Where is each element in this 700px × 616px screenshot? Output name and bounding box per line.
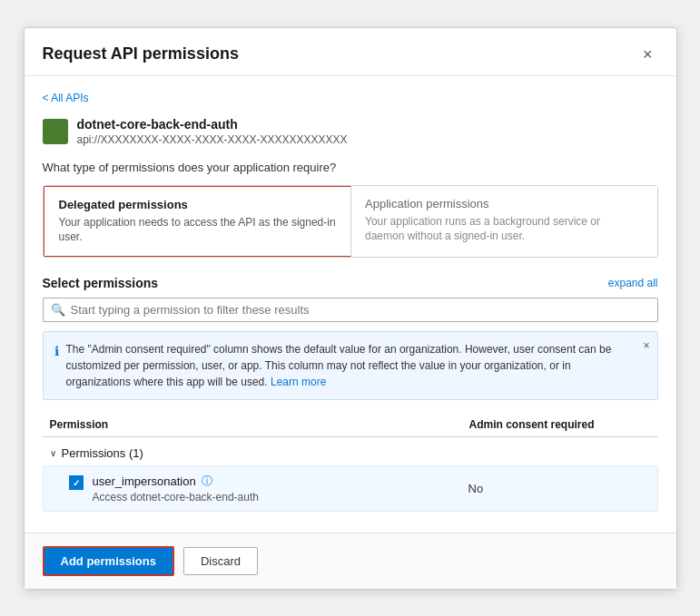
search-box: 🔍 bbox=[43, 298, 658, 322]
permissions-group-header[interactable]: ∨ Permissions (1) bbox=[43, 441, 658, 465]
info-banner-text: The "Admin consent required" column show… bbox=[66, 341, 630, 390]
info-banner-close-button[interactable]: × bbox=[643, 339, 649, 352]
perm-row-left: ✓ user_impersonation ⓘ Access dotnet-cor… bbox=[69, 474, 468, 504]
application-title: Application permissions bbox=[365, 197, 643, 210]
api-icon bbox=[43, 119, 68, 144]
permissions-group: ∨ Permissions (1) ✓ user_impersonation ⓘ bbox=[43, 441, 658, 512]
select-permissions-label: Select permissions bbox=[43, 276, 159, 290]
perm-desc: Access dotnet-core-back-end-auth bbox=[93, 491, 259, 504]
info-banner: ℹ The "Admin consent required" column sh… bbox=[43, 331, 658, 400]
application-desc: Your application runs as a background se… bbox=[365, 214, 643, 245]
application-permissions-card[interactable]: Application permissions Your application… bbox=[350, 186, 657, 258]
dialog-title: Request API permissions bbox=[43, 44, 239, 64]
dialog-body: < All APIs dotnet-core-back-end-auth api… bbox=[25, 76, 676, 533]
request-api-permissions-dialog: Request API permissions × < All APIs dot… bbox=[24, 27, 677, 590]
delegated-desc: Your application needs to access the API… bbox=[59, 215, 337, 246]
api-details: dotnet-core-back-end-auth api://XXXXXXXX… bbox=[77, 117, 348, 146]
back-to-all-apis-link[interactable]: < All APIs bbox=[43, 92, 89, 104]
chevron-down-icon: ∨ bbox=[50, 448, 56, 458]
delegated-permissions-card[interactable]: Delegated permissions Your application n… bbox=[43, 185, 352, 259]
checkbox-wrap[interactable]: ✓ bbox=[69, 475, 84, 490]
user-impersonation-checkbox[interactable]: ✓ bbox=[69, 475, 84, 490]
search-input[interactable] bbox=[71, 303, 650, 317]
delegated-title: Delegated permissions bbox=[59, 198, 337, 211]
search-icon: 🔍 bbox=[51, 303, 65, 317]
col-permission-header: Permission bbox=[50, 418, 469, 431]
api-uri: api://XXXXXXXX-XXXX-XXXX-XXXX-XXXXXXXXXX… bbox=[77, 133, 348, 146]
add-permissions-button[interactable]: Add permissions bbox=[43, 546, 174, 576]
info-icon: ℹ bbox=[54, 342, 59, 361]
permission-type-selector: Delegated permissions Your application n… bbox=[43, 185, 658, 259]
perm-name: user_impersonation bbox=[93, 474, 196, 488]
api-info: dotnet-core-back-end-auth api://XXXXXXXX… bbox=[43, 117, 658, 146]
perm-name-row: user_impersonation ⓘ bbox=[93, 474, 259, 489]
dialog-header: Request API permissions × bbox=[25, 28, 676, 76]
close-button[interactable]: × bbox=[637, 44, 658, 64]
discard-button[interactable]: Discard bbox=[183, 547, 258, 575]
group-label: Permissions (1) bbox=[62, 446, 143, 460]
dialog-footer: Add permissions Discard bbox=[25, 533, 676, 589]
perm-info-icon[interactable]: ⓘ bbox=[202, 474, 212, 489]
permissions-table-header: Permission Admin consent required bbox=[43, 413, 658, 437]
permission-row: ✓ user_impersonation ⓘ Access dotnet-cor… bbox=[43, 465, 658, 512]
api-name: dotnet-core-back-end-auth bbox=[77, 117, 348, 132]
perm-admin-consent: No bbox=[468, 482, 650, 495]
expand-all-link[interactable]: expand all bbox=[608, 277, 658, 289]
checkmark-icon: ✓ bbox=[73, 478, 80, 488]
perm-name-wrap: user_impersonation ⓘ Access dotnet-core-… bbox=[93, 474, 259, 504]
learn-more-link[interactable]: Learn more bbox=[271, 376, 326, 388]
col-admin-header: Admin consent required bbox=[469, 418, 651, 431]
permission-type-question: What type of permissions does your appli… bbox=[43, 161, 658, 174]
select-permissions-header: Select permissions expand all bbox=[43, 276, 658, 290]
